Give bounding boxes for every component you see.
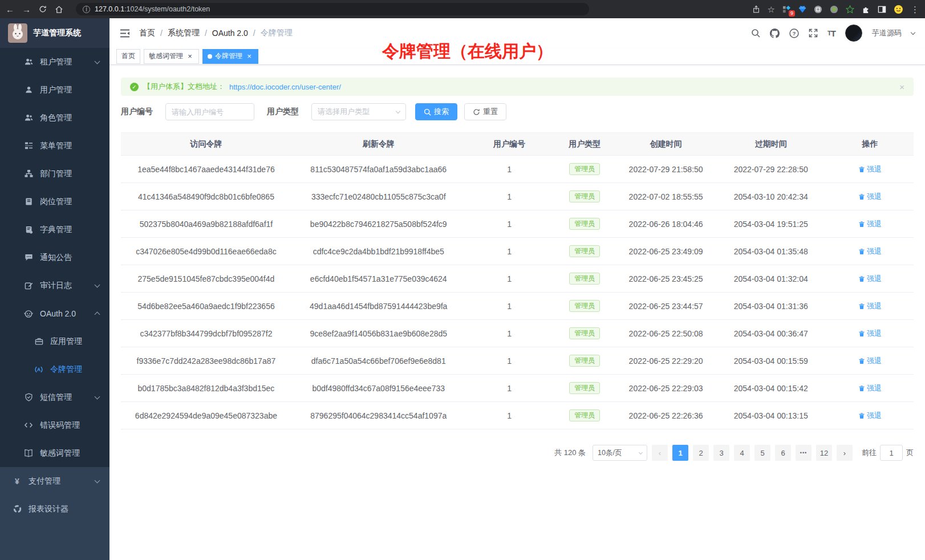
more-pages-button[interactable]: ••• — [796, 445, 812, 461]
sidebar-item-menu[interactable]: 菜单管理 — [0, 132, 109, 160]
force-logout-label: 强退 — [867, 328, 882, 339]
goto-label: 前往 — [862, 448, 877, 458]
user-type-select[interactable]: 请选择用户类型 — [311, 103, 406, 120]
goto-page-input[interactable] — [880, 445, 903, 461]
tab-home[interactable]: 首页 — [116, 49, 140, 64]
page-button-1[interactable]: 1 — [672, 445, 688, 461]
sidebar-item-label: 角色管理 — [40, 113, 72, 123]
search-button[interactable]: 搜索 — [415, 103, 457, 120]
sidebar-item-notice[interactable]: 通知公告 — [0, 244, 109, 271]
sidebar-item-oauth2-token[interactable]: A令牌管理 — [0, 355, 109, 383]
sidebar-item-label: 通知公告 — [40, 253, 72, 263]
cell-expire-time: 2054-03-04 01:35:48 — [715, 238, 826, 265]
user-id-input[interactable] — [165, 103, 254, 120]
sidebar-item-dept[interactable]: 部门管理 — [0, 160, 109, 188]
tab-sensitive-word[interactable]: 敏感词管理× — [144, 49, 199, 64]
alert-close-icon[interactable]: × — [899, 82, 904, 92]
force-logout-button[interactable]: 强退 — [858, 246, 882, 257]
close-icon[interactable]: × — [186, 52, 194, 60]
green-dot-extension-icon[interactable] — [830, 5, 838, 14]
token-table-body: 1ea5e44f8bc1467aaede43144f31de76811c5304… — [121, 156, 914, 429]
url-text[interactable]: 127.0.0.1:1024/system/oauth2/token — [95, 5, 210, 13]
page-button-5[interactable]: 5 — [754, 445, 770, 461]
page-button-3[interactable]: 3 — [713, 445, 729, 461]
reset-button[interactable]: 重置 — [464, 103, 506, 120]
breadcrumb-item[interactable]: 首页 — [139, 28, 155, 38]
search-icon[interactable] — [751, 29, 760, 38]
tab-oauth2-token[interactable]: 令牌管理× — [202, 49, 258, 64]
bookmark-star-icon[interactable]: ☆ — [768, 5, 775, 14]
sidebar-item-tenant[interactable]: 租户管理 — [0, 48, 109, 76]
user-caret-icon[interactable] — [911, 30, 915, 34]
page-size-value: 10条/页 — [598, 448, 622, 458]
pagination: 共 120 条 10条/页 ‹ 123456•••12 › 前往 页 — [121, 445, 914, 461]
force-logout-button[interactable]: 强退 — [858, 356, 882, 366]
extension-blocks-icon[interactable]: 9 — [782, 5, 791, 14]
side-panel-icon[interactable] — [878, 5, 886, 14]
share-icon[interactable] — [752, 5, 760, 14]
force-logout-button[interactable]: 强退 — [858, 219, 882, 229]
force-logout-button[interactable]: 强退 — [858, 274, 882, 284]
force-logout-button[interactable]: 强退 — [858, 328, 882, 339]
home-icon[interactable] — [55, 5, 63, 14]
back-icon[interactable]: ← — [6, 5, 14, 14]
user-avatar[interactable] — [845, 25, 862, 42]
profile-emoji-icon[interactable] — [894, 5, 903, 14]
sidebar-item-error-code[interactable]: 错误码管理 — [0, 411, 109, 439]
force-logout-label: 强退 — [867, 164, 882, 175]
page-size-select[interactable]: 10条/页 — [593, 445, 647, 461]
forward-icon[interactable]: → — [22, 5, 31, 14]
prev-page-button[interactable]: ‹ — [652, 445, 668, 461]
sidebar-item-user[interactable]: 用户管理 — [0, 76, 109, 104]
sidebar-item-audit-log[interactable]: 审计日志 — [0, 271, 109, 299]
sidebar-item-role[interactable]: 角色管理 — [0, 104, 109, 132]
gray-extension-icon[interactable] — [814, 5, 822, 14]
help-icon[interactable]: ? — [789, 29, 799, 38]
doc-link[interactable]: https://doc.iocoder.cn/user-center/ — [229, 83, 341, 91]
sidebar-item-dict[interactable]: 字典管理 — [0, 216, 109, 244]
page-button-4[interactable]: 4 — [734, 445, 750, 461]
address-bar[interactable]: i 127.0.0.1:1024/system/oauth2/token — [76, 3, 589, 15]
user-name[interactable]: 芋道源码 — [872, 28, 902, 38]
cell-refresh-token: cdfc4ce9c2da4bb1bdf21b9918ff4be5 — [291, 238, 466, 265]
font-size-icon[interactable]: TT — [827, 29, 835, 38]
site-info-icon[interactable]: i — [83, 6, 90, 13]
breadcrumb-item[interactable]: OAuth 2.0 — [212, 29, 248, 38]
sidebar-item-report-designer[interactable]: 报表设计器 — [0, 495, 109, 523]
page-button-2[interactable]: 2 — [693, 445, 709, 461]
cell-created-time: 2022-07-02 18:55:55 — [616, 183, 716, 210]
user-type-badge: 管理员 — [569, 327, 600, 339]
sidebar-item-oauth2-app[interactable]: 应用管理 — [0, 327, 109, 355]
cell-user-type: 管理员 — [553, 347, 616, 375]
page-button-6[interactable]: 6 — [775, 445, 791, 461]
force-logout-button[interactable]: 强退 — [858, 411, 882, 421]
fullscreen-icon[interactable] — [809, 29, 818, 38]
reload-icon[interactable] — [39, 5, 47, 13]
force-logout-button[interactable]: 强退 — [858, 301, 882, 311]
hamburger-icon[interactable] — [120, 29, 130, 38]
force-logout-button[interactable]: 强退 — [858, 192, 882, 202]
sidebar-item-pay[interactable]: ¥支付管理 — [0, 467, 109, 495]
close-icon[interactable]: × — [245, 52, 253, 60]
trash-icon — [858, 166, 865, 173]
table-row: b0d1785bc3a8482f812db4a3f3bd15ecb0df4980… — [121, 375, 914, 402]
force-logout-button[interactable]: 强退 — [858, 164, 882, 175]
pie-icon — [13, 505, 22, 514]
sidebar-item-sms[interactable]: 短信管理 — [0, 383, 109, 411]
browser-menu-icon[interactable]: ⋮ — [911, 5, 919, 14]
force-logout-button[interactable]: 强退 — [858, 383, 882, 393]
sidebar-item-oauth2[interactable]: OAuth 2.0 — [0, 299, 109, 327]
logo-bar[interactable]: 芋道管理系统 — [0, 18, 109, 48]
gem-extension-icon[interactable] — [798, 5, 806, 13]
page-button-12[interactable]: 12 — [816, 445, 832, 461]
cell-actions: 强退 — [826, 183, 914, 210]
breadcrumb-item[interactable]: 系统管理 — [168, 28, 200, 38]
puzzle-extensions-icon[interactable] — [862, 5, 870, 14]
sidebar-item-post[interactable]: 岗位管理 — [0, 188, 109, 216]
green-star-extension-icon[interactable] — [846, 5, 854, 14]
app-shell: 芋道管理系统 租户管理用户管理角色管理菜单管理部门管理岗位管理字典管理通知公告审… — [0, 18, 925, 560]
cell-created-time: 2022-06-25 23:45:25 — [616, 265, 716, 293]
next-page-button[interactable]: › — [837, 445, 853, 461]
github-icon[interactable] — [770, 29, 780, 38]
sidebar-item-sensitive-word[interactable]: 敏感词管理 — [0, 439, 109, 467]
